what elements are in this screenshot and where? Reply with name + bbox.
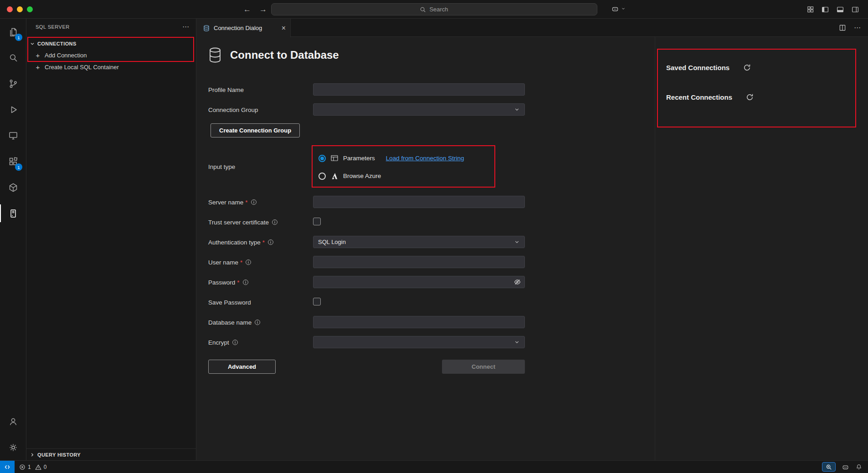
copilot-status-button[interactable] bbox=[842, 463, 849, 471]
saved-connections-row: Saved Connections bbox=[666, 64, 868, 71]
info-icon[interactable] bbox=[267, 239, 274, 245]
status-bar-right bbox=[822, 462, 868, 472]
remote-icon bbox=[4, 464, 10, 470]
password-label: Password * bbox=[208, 276, 313, 288]
account-button[interactable] bbox=[0, 408, 26, 434]
account-icon bbox=[8, 416, 19, 427]
chevron-down-icon bbox=[514, 339, 520, 345]
info-icon[interactable] bbox=[232, 339, 238, 346]
info-icon[interactable] bbox=[245, 259, 252, 265]
notifications-bell-button[interactable] bbox=[855, 463, 863, 471]
info-icon[interactable] bbox=[254, 319, 261, 326]
trust-server-certificate-row: Trust server certificate bbox=[208, 216, 525, 228]
gear-icon bbox=[8, 442, 19, 453]
save-password-checkbox[interactable] bbox=[313, 298, 321, 305]
close-tab-icon[interactable]: × bbox=[282, 25, 286, 32]
query-history-label: QUERY HISTORY bbox=[37, 452, 81, 458]
database-name-input[interactable] bbox=[313, 316, 525, 328]
copilot-menu[interactable] bbox=[611, 5, 626, 13]
load-from-connection-string-link[interactable]: Load from Connection String bbox=[386, 155, 464, 162]
refresh-saved-connections-button[interactable] bbox=[743, 64, 751, 71]
forward-button[interactable]: → bbox=[259, 5, 267, 14]
info-icon[interactable] bbox=[242, 279, 249, 285]
encrypt-select[interactable] bbox=[313, 336, 525, 348]
split-editor-icon[interactable] bbox=[839, 24, 846, 31]
server-name-row: Server name * bbox=[208, 196, 525, 208]
dialog-title: Connect to Database bbox=[230, 49, 339, 61]
connection-form: Profile Name Connection Group bbox=[208, 83, 525, 374]
authentication-type-row: Authentication type * SQL Login bbox=[208, 236, 525, 248]
info-icon[interactable] bbox=[251, 199, 257, 205]
explorer-badge: 1 bbox=[15, 34, 22, 41]
toggle-panel-icon[interactable] bbox=[836, 5, 844, 14]
label-text: Trust server certificate bbox=[208, 219, 269, 226]
connection-group-select[interactable] bbox=[313, 103, 525, 116]
editor-more-actions-icon[interactable]: ⋯ bbox=[854, 24, 861, 32]
profile-name-row: Profile Name bbox=[208, 83, 525, 96]
recent-connections-title: Recent Connections bbox=[666, 93, 732, 101]
back-button[interactable]: ← bbox=[243, 5, 251, 14]
warning-count: 0 bbox=[44, 464, 47, 470]
settings-button[interactable] bbox=[0, 434, 26, 460]
browse-azure-radio[interactable] bbox=[318, 173, 326, 180]
chevron-down-icon bbox=[29, 41, 36, 47]
info-icon[interactable] bbox=[272, 219, 278, 225]
required-marker: * bbox=[262, 239, 265, 246]
primary-sidebar: SQL SERVER ⋯ CONNECTIONS + Add Connectio… bbox=[26, 19, 196, 460]
toggle-secondary-sidebar-icon[interactable] bbox=[851, 5, 859, 14]
required-marker: * bbox=[240, 259, 242, 266]
copilot-icon bbox=[611, 5, 619, 13]
customize-layout-icon[interactable] bbox=[806, 5, 814, 13]
parameters-option-label[interactable]: Parameters bbox=[343, 155, 375, 162]
problems-indicator[interactable]: 1 0 bbox=[19, 464, 48, 470]
maximize-window-button[interactable] bbox=[27, 6, 33, 12]
sidebar-more-actions-icon[interactable]: ⋯ bbox=[182, 23, 190, 31]
password-input[interactable] bbox=[313, 276, 525, 288]
activity-remote-explorer-button[interactable] bbox=[0, 122, 26, 148]
remote-indicator-button[interactable] bbox=[0, 461, 15, 473]
activity-search-button[interactable] bbox=[0, 45, 26, 71]
user-name-input[interactable] bbox=[313, 256, 525, 268]
zoom-indicator-button[interactable] bbox=[822, 462, 836, 472]
activity-extensions-button[interactable]: 1 bbox=[0, 148, 26, 174]
tab-connection-dialog[interactable]: Connection Dialog × bbox=[196, 19, 291, 37]
parameters-radio[interactable] bbox=[318, 155, 326, 162]
activity-source-control-button[interactable] bbox=[0, 71, 26, 97]
sidebar-header: SQL SERVER ⋯ bbox=[26, 19, 196, 35]
copilot-icon bbox=[842, 463, 849, 471]
refresh-icon bbox=[746, 93, 754, 101]
activity-explorer-button[interactable]: 1 bbox=[0, 19, 26, 45]
activity-containers-button[interactable] bbox=[0, 174, 26, 200]
close-window-button[interactable] bbox=[7, 6, 13, 12]
add-icon: + bbox=[35, 51, 41, 59]
search-icon bbox=[8, 52, 19, 63]
advanced-button[interactable]: Advanced bbox=[208, 360, 276, 374]
connections-section-header[interactable]: CONNECTIONS bbox=[26, 38, 196, 49]
create-connection-group-button[interactable]: Create Connection Group bbox=[211, 123, 300, 137]
trust-server-certificate-checkbox[interactable] bbox=[313, 218, 321, 225]
refresh-recent-connections-button[interactable] bbox=[746, 93, 754, 101]
tab-label: Connection Dialog bbox=[214, 25, 278, 31]
connect-button[interactable]: Connect bbox=[442, 360, 525, 374]
authentication-type-select[interactable]: SQL Login bbox=[313, 236, 525, 248]
label-text: Password bbox=[208, 279, 235, 286]
create-local-sql-container-item[interactable]: + Create Local SQL Container bbox=[26, 61, 196, 73]
azure-icon bbox=[330, 172, 339, 180]
remote-explorer-icon bbox=[8, 130, 19, 141]
label-text: Authentication type bbox=[208, 239, 261, 246]
activity-sql-server-button[interactable] bbox=[0, 200, 26, 226]
command-center-search[interactable]: Search bbox=[271, 3, 597, 15]
minimize-window-button[interactable] bbox=[17, 6, 23, 12]
server-name-label: Server name * bbox=[208, 196, 313, 208]
toggle-password-visibility-button[interactable] bbox=[514, 278, 521, 286]
add-connection-item[interactable]: + Add Connection bbox=[26, 49, 196, 61]
warning-icon bbox=[35, 464, 41, 470]
activity-bar: 1 1 bbox=[0, 19, 26, 460]
profile-name-input[interactable] bbox=[313, 83, 525, 96]
label-text: Save Password bbox=[208, 299, 251, 306]
query-history-section-header[interactable]: QUERY HISTORY bbox=[26, 448, 196, 460]
server-name-input[interactable] bbox=[313, 196, 525, 208]
toggle-primary-sidebar-icon[interactable] bbox=[821, 5, 829, 14]
activity-run-debug-button[interactable] bbox=[0, 97, 26, 122]
browse-azure-option-label[interactable]: Browse Azure bbox=[343, 173, 381, 179]
